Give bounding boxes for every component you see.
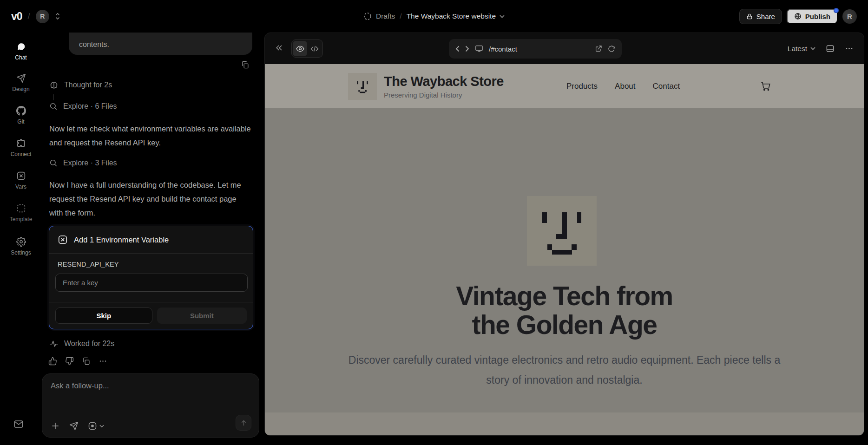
forward-arrow-icon[interactable] <box>465 46 469 52</box>
pixel-face-icon <box>527 196 597 266</box>
sidebar-item-settings[interactable]: Settings <box>0 237 42 256</box>
breadcrumb-drafts[interactable]: Drafts <box>363 12 395 20</box>
share-button[interactable]: Share <box>739 9 782 24</box>
workspace-switcher-icon[interactable] <box>55 13 60 20</box>
site-footer-strip <box>265 412 864 435</box>
cart-icon[interactable] <box>760 81 771 92</box>
puzzle-icon <box>16 138 26 148</box>
step-connector <box>53 94 54 100</box>
pixel-face-icon <box>353 77 372 96</box>
feedback-row <box>48 357 107 366</box>
sidebar-item-template[interactable]: Template <box>0 203 42 222</box>
user-message-text: contents. <box>79 40 109 49</box>
explore-row-2[interactable]: Explore · 3 Files <box>49 159 117 167</box>
thumbs-up-icon[interactable] <box>48 357 57 366</box>
project-avatar[interactable]: R <box>36 10 49 23</box>
dashed-square-icon <box>16 203 26 213</box>
vars-square-icon <box>16 171 26 181</box>
chat-panel: contents. Thought for 2s Explore · 6 Fil… <box>42 33 265 445</box>
env-key-input[interactable] <box>55 274 248 292</box>
assistant-paragraph: Now I have a full understanding of the c… <box>49 178 252 220</box>
preview-toolbar: /#contact Latest <box>265 33 864 64</box>
vars-square-icon <box>58 235 68 245</box>
thumbs-down-icon[interactable] <box>65 357 74 366</box>
sidebar-item-git[interactable]: Git <box>0 106 42 125</box>
sidebar-item-vars[interactable]: Vars <box>0 171 42 190</box>
lock-icon <box>746 13 753 20</box>
sidebar-item-label: Settings <box>11 249 31 256</box>
nav-link-products[interactable]: Products <box>566 82 598 91</box>
thought-summary-row[interactable]: Thought for 2s <box>49 80 112 90</box>
site-title: The Wayback Store <box>384 74 504 89</box>
thought-label: Thought for 2s <box>64 81 112 89</box>
explore-row-1[interactable]: Explore · 6 Files <box>49 102 117 111</box>
worked-summary-row[interactable]: Worked for 22s <box>49 339 114 348</box>
preview-url-bar: /#contact <box>449 39 622 59</box>
hero-description: Discover carefully curated vintage elect… <box>346 350 783 390</box>
site-logo[interactable] <box>348 73 377 100</box>
sidebar-item-label: Chat <box>15 54 26 61</box>
view-mode-toggle <box>291 39 323 58</box>
copy-message-icon[interactable] <box>241 60 250 69</box>
sidebar-item-chat[interactable]: Chat <box>0 42 42 61</box>
site-preview: The Wayback Store Preserving Digital His… <box>265 64 864 435</box>
refresh-icon[interactable] <box>608 45 615 52</box>
assistant-paragraph: Now let me check what environment variab… <box>49 122 252 150</box>
sidebar-item-connect[interactable]: Connect <box>0 138 42 157</box>
breadcrumb-separator: / <box>400 12 401 20</box>
env-variable-card: Add 1 Environment Variable RESEND_API_KE… <box>49 226 253 329</box>
model-version-picker[interactable] <box>88 421 104 431</box>
more-options-icon[interactable] <box>845 44 854 53</box>
hero-heading: Vintage Tech from the Golden Age <box>265 281 864 339</box>
nav-link-contact[interactable]: Contact <box>653 82 680 91</box>
site-header: The Wayback Store Preserving Digital His… <box>265 64 864 108</box>
send-button[interactable] <box>236 415 251 431</box>
preview-eye-toggle[interactable] <box>293 41 307 56</box>
back-arrow-icon[interactable] <box>455 46 460 52</box>
composer <box>42 373 259 438</box>
nav-link-about[interactable]: About <box>615 82 635 91</box>
publish-notification-dot <box>834 8 839 13</box>
device-monitor-icon[interactable] <box>475 45 483 53</box>
paper-plane-icon <box>16 73 26 83</box>
env-var-name: RESEND_API_KEY <box>58 261 247 268</box>
collapse-panel-icon[interactable] <box>275 43 284 52</box>
version-selector[interactable]: Latest <box>788 45 815 53</box>
user-avatar[interactable]: R <box>842 9 857 24</box>
site-subtitle: Preserving Digital History <box>384 91 504 99</box>
design-mode-icon[interactable] <box>69 421 79 431</box>
site-nav: Products About Contact <box>566 64 680 108</box>
breadcrumb-project[interactable]: The Wayback Store website <box>407 12 505 20</box>
layout-panel-icon[interactable] <box>826 44 835 53</box>
publish-button[interactable]: Publish <box>787 9 838 24</box>
code-view-toggle[interactable] <box>307 41 322 56</box>
attach-plus-icon[interactable] <box>51 421 60 431</box>
url-path[interactable]: /#contact <box>489 45 589 53</box>
sidebar-item-design[interactable]: Design <box>0 73 42 92</box>
open-external-icon[interactable] <box>595 45 602 52</box>
search-icon <box>49 159 58 167</box>
skip-button[interactable]: Skip <box>55 308 152 324</box>
more-options-icon[interactable] <box>99 357 107 366</box>
v0-logo[interactable]: v0 <box>11 10 22 23</box>
follow-up-input[interactable] <box>51 381 246 409</box>
sidebar-item-label: Vars <box>15 183 26 190</box>
brain-icon <box>49 80 59 90</box>
chevron-down-icon <box>99 425 104 428</box>
top-bar: v0 / R Drafts / The Wayback Store websit… <box>0 0 868 33</box>
preview-panel: /#contact Latest <box>264 33 864 436</box>
github-icon <box>16 106 26 116</box>
sidebar-item-label: Connect <box>11 151 32 157</box>
submit-button[interactable]: Submit <box>157 308 247 324</box>
chat-bubble-icon <box>16 42 26 52</box>
dashed-circle-icon <box>363 12 372 20</box>
globe-icon <box>794 13 802 20</box>
hero-pixel-face <box>527 196 597 266</box>
version-square-icon <box>88 421 97 431</box>
mail-icon[interactable] <box>13 419 24 429</box>
activity-pulse-icon <box>49 339 59 348</box>
sidebar-item-label: Design <box>12 86 29 92</box>
breadcrumb-slash: / <box>28 11 30 21</box>
explore-label: Explore · 6 Files <box>63 102 117 111</box>
copy-icon[interactable] <box>82 357 91 366</box>
